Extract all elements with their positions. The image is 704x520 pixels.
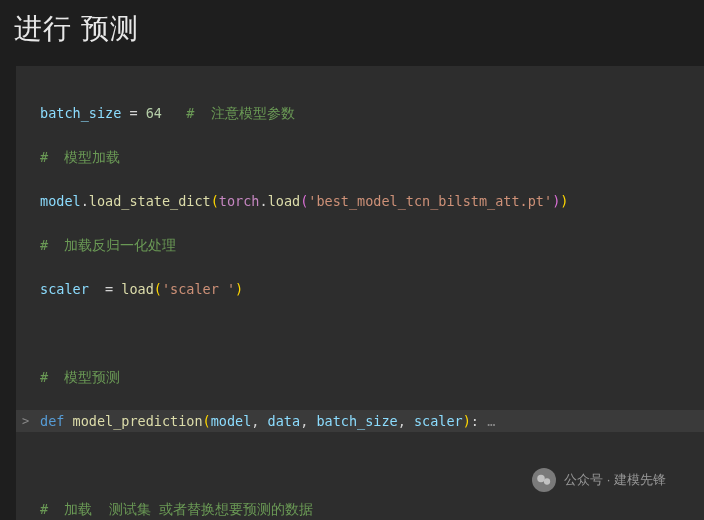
code-line: scaler = load('scaler ') (16, 278, 704, 300)
paren: ) (560, 193, 568, 209)
comment: # 加载 测试集 或者替换想要预测的数据 (40, 501, 313, 517)
string: 'scaler ' (162, 281, 235, 297)
variable: batch_size (40, 105, 121, 121)
code-line-folded[interactable]: >def model_prediction(model, data, batch… (16, 410, 704, 432)
code-line: # 加载反归一化处理 (16, 234, 704, 256)
watermark-text: 公众号 · 建模先锋 (564, 471, 666, 489)
param: batch_size (316, 413, 397, 429)
function: load_state_dict (89, 193, 211, 209)
fold-icon[interactable]: > (22, 410, 29, 432)
param: scaler (414, 413, 463, 429)
comment: # 注意模型参数 (162, 105, 295, 121)
dot: . (81, 193, 89, 209)
watermark: 公众号 · 建模先锋 (532, 468, 666, 492)
string: 'best_model_tcn_bilstm_att.pt' (308, 193, 552, 209)
function: load (268, 193, 301, 209)
code-line: model.load_state_dict(torch.load('best_m… (16, 190, 704, 212)
variable: model (40, 193, 81, 209)
comment: # 模型预测 (40, 369, 120, 385)
code-line-blank (16, 322, 704, 344)
module: torch (219, 193, 260, 209)
operator: = (89, 281, 122, 297)
comma: , (251, 413, 267, 429)
code-block: batch_size = 64 # 注意模型参数 # 模型加载 model.lo… (16, 66, 704, 520)
colon: : (471, 413, 479, 429)
param: data (268, 413, 301, 429)
comment: # 模型加载 (40, 149, 120, 165)
code-line: # 加载 测试集 或者替换想要预测的数据 (16, 498, 704, 520)
ellipsis: … (479, 413, 495, 429)
keyword: def (40, 413, 64, 429)
svg-point-0 (537, 475, 545, 483)
operator: = (121, 105, 145, 121)
code-line: batch_size = 64 # 注意模型参数 (16, 102, 704, 124)
paren: ( (211, 193, 219, 209)
paren: ) (463, 413, 471, 429)
param: model (211, 413, 252, 429)
wechat-icon (532, 468, 556, 492)
svg-point-1 (544, 478, 550, 484)
dot: . (259, 193, 267, 209)
code-line: # 模型加载 (16, 146, 704, 168)
comment: # 加载反归一化处理 (40, 237, 176, 253)
function-def: model_prediction (64, 413, 202, 429)
paren: ( (154, 281, 162, 297)
page-title: 进行 预测 (0, 0, 704, 66)
code-line: # 模型预测 (16, 366, 704, 388)
variable: scaler (40, 281, 89, 297)
comma: , (300, 413, 316, 429)
comma: , (398, 413, 414, 429)
number: 64 (146, 105, 162, 121)
paren: ( (203, 413, 211, 429)
function: load (121, 281, 154, 297)
paren: ) (235, 281, 243, 297)
